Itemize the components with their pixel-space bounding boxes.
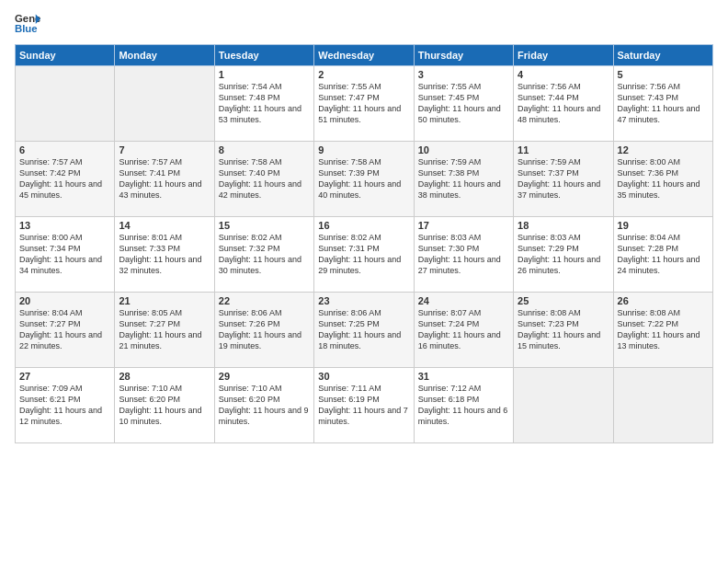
day-number: 2 [318, 69, 409, 80]
calendar-cell: 16Sunrise: 8:02 AM Sunset: 7:31 PM Dayli… [314, 217, 414, 293]
day-info: Sunrise: 8:03 AM Sunset: 7:29 PM Dayligh… [518, 232, 609, 277]
day-number: 4 [518, 69, 609, 80]
day-info: Sunrise: 8:01 AM Sunset: 7:33 PM Dayligh… [119, 232, 210, 277]
day-number: 9 [318, 144, 409, 155]
calendar-cell: 20Sunrise: 8:04 AM Sunset: 7:27 PM Dayli… [16, 293, 115, 368]
day-number: 29 [219, 371, 310, 382]
calendar-cell: 23Sunrise: 8:06 AM Sunset: 7:25 PM Dayli… [314, 293, 414, 368]
day-number: 25 [518, 295, 609, 306]
col-header-sunday: Sunday [16, 45, 115, 66]
day-number: 28 [119, 371, 210, 382]
day-info: Sunrise: 8:02 AM Sunset: 7:31 PM Dayligh… [318, 232, 409, 277]
calendar-cell: 29Sunrise: 7:10 AM Sunset: 6:20 PM Dayli… [214, 368, 313, 443]
calendar-week-3: 13Sunrise: 8:00 AM Sunset: 7:34 PM Dayli… [16, 217, 713, 293]
day-number: 1 [219, 69, 310, 80]
calendar-cell: 8Sunrise: 7:58 AM Sunset: 7:40 PM Daylig… [214, 142, 313, 217]
calendar-cell: 17Sunrise: 8:03 AM Sunset: 7:30 PM Dayli… [414, 217, 513, 293]
day-number: 13 [19, 220, 110, 231]
calendar-week-2: 6Sunrise: 7:57 AM Sunset: 7:42 PM Daylig… [16, 142, 713, 217]
calendar-cell: 26Sunrise: 8:08 AM Sunset: 7:22 PM Dayli… [613, 293, 712, 368]
calendar-cell: 10Sunrise: 7:59 AM Sunset: 7:38 PM Dayli… [414, 142, 513, 217]
day-info: Sunrise: 7:55 AM Sunset: 7:47 PM Dayligh… [318, 81, 409, 126]
calendar-cell: 22Sunrise: 8:06 AM Sunset: 7:26 PM Dayli… [214, 293, 313, 368]
calendar-cell: 1Sunrise: 7:54 AM Sunset: 7:48 PM Daylig… [214, 66, 313, 142]
day-info: Sunrise: 8:00 AM Sunset: 7:34 PM Dayligh… [19, 232, 110, 277]
day-info: Sunrise: 7:10 AM Sunset: 6:20 PM Dayligh… [119, 383, 210, 428]
calendar-week-5: 27Sunrise: 7:09 AM Sunset: 6:21 PM Dayli… [16, 368, 713, 443]
col-header-saturday: Saturday [613, 45, 712, 66]
day-number: 23 [318, 295, 409, 306]
calendar-cell: 28Sunrise: 7:10 AM Sunset: 6:20 PM Dayli… [115, 368, 214, 443]
col-header-wednesday: Wednesday [314, 45, 414, 66]
day-number: 27 [19, 371, 110, 382]
day-info: Sunrise: 7:11 AM Sunset: 6:19 PM Dayligh… [318, 383, 409, 428]
day-number: 30 [318, 371, 409, 382]
day-number: 19 [618, 220, 709, 231]
day-number: 10 [418, 144, 509, 155]
day-number: 17 [418, 220, 509, 231]
calendar-cell: 18Sunrise: 8:03 AM Sunset: 7:29 PM Dayli… [514, 217, 613, 293]
day-info: Sunrise: 7:09 AM Sunset: 6:21 PM Dayligh… [19, 383, 110, 428]
calendar-cell: 14Sunrise: 8:01 AM Sunset: 7:33 PM Dayli… [115, 217, 214, 293]
logo-icon: General Blue [15, 11, 40, 37]
calendar-cell: 11Sunrise: 7:59 AM Sunset: 7:37 PM Dayli… [514, 142, 613, 217]
day-info: Sunrise: 7:56 AM Sunset: 7:43 PM Dayligh… [618, 81, 709, 126]
day-info: Sunrise: 7:57 AM Sunset: 7:42 PM Dayligh… [19, 156, 110, 201]
calendar-cell: 12Sunrise: 8:00 AM Sunset: 7:36 PM Dayli… [613, 142, 712, 217]
day-info: Sunrise: 8:00 AM Sunset: 7:36 PM Dayligh… [618, 156, 709, 201]
day-info: Sunrise: 7:12 AM Sunset: 6:18 PM Dayligh… [418, 383, 509, 428]
day-number: 5 [618, 69, 709, 80]
day-info: Sunrise: 8:06 AM Sunset: 7:26 PM Dayligh… [219, 307, 310, 352]
calendar-cell: 25Sunrise: 8:08 AM Sunset: 7:23 PM Dayli… [514, 293, 613, 368]
calendar-week-1: 1Sunrise: 7:54 AM Sunset: 7:48 PM Daylig… [16, 66, 713, 142]
calendar-cell: 9Sunrise: 7:58 AM Sunset: 7:39 PM Daylig… [314, 142, 414, 217]
day-info: Sunrise: 7:58 AM Sunset: 7:40 PM Dayligh… [219, 156, 310, 201]
calendar-cell [613, 368, 712, 443]
day-info: Sunrise: 7:59 AM Sunset: 7:38 PM Dayligh… [418, 156, 509, 201]
calendar-cell [514, 368, 613, 443]
col-header-tuesday: Tuesday [214, 45, 313, 66]
day-info: Sunrise: 7:57 AM Sunset: 7:41 PM Dayligh… [119, 156, 210, 201]
day-info: Sunrise: 8:06 AM Sunset: 7:25 PM Dayligh… [318, 307, 409, 352]
day-info: Sunrise: 7:59 AM Sunset: 7:37 PM Dayligh… [518, 156, 609, 201]
day-number: 12 [618, 144, 709, 155]
calendar-cell: 6Sunrise: 7:57 AM Sunset: 7:42 PM Daylig… [16, 142, 115, 217]
day-number: 11 [518, 144, 609, 155]
col-header-thursday: Thursday [414, 45, 513, 66]
col-header-monday: Monday [115, 45, 214, 66]
svg-text:Blue: Blue [15, 23, 38, 34]
day-info: Sunrise: 8:08 AM Sunset: 7:22 PM Dayligh… [618, 307, 709, 352]
calendar-cell: 2Sunrise: 7:55 AM Sunset: 7:47 PM Daylig… [314, 66, 414, 142]
calendar-week-4: 20Sunrise: 8:04 AM Sunset: 7:27 PM Dayli… [16, 293, 713, 368]
calendar-cell: 19Sunrise: 8:04 AM Sunset: 7:28 PM Dayli… [613, 217, 712, 293]
day-number: 31 [418, 371, 509, 382]
day-info: Sunrise: 8:08 AM Sunset: 7:23 PM Dayligh… [518, 307, 609, 352]
calendar-cell: 21Sunrise: 8:05 AM Sunset: 7:27 PM Dayli… [115, 293, 214, 368]
logo: General Blue [15, 11, 40, 37]
day-number: 14 [119, 220, 210, 231]
day-info: Sunrise: 7:58 AM Sunset: 7:39 PM Dayligh… [318, 156, 409, 201]
calendar-cell: 30Sunrise: 7:11 AM Sunset: 6:19 PM Dayli… [314, 368, 414, 443]
day-number: 22 [219, 295, 310, 306]
day-info: Sunrise: 7:56 AM Sunset: 7:44 PM Dayligh… [518, 81, 609, 126]
day-number: 15 [219, 220, 310, 231]
calendar-cell: 27Sunrise: 7:09 AM Sunset: 6:21 PM Dayli… [16, 368, 115, 443]
calendar-cell [16, 66, 115, 142]
day-number: 21 [119, 295, 210, 306]
day-info: Sunrise: 7:10 AM Sunset: 6:20 PM Dayligh… [219, 383, 310, 428]
day-info: Sunrise: 8:04 AM Sunset: 7:27 PM Dayligh… [19, 307, 110, 352]
calendar-cell: 15Sunrise: 8:02 AM Sunset: 7:32 PM Dayli… [214, 217, 313, 293]
day-info: Sunrise: 8:04 AM Sunset: 7:28 PM Dayligh… [618, 232, 709, 277]
day-number: 6 [19, 144, 110, 155]
day-info: Sunrise: 7:54 AM Sunset: 7:48 PM Dayligh… [219, 81, 310, 126]
calendar-header-row: SundayMondayTuesdayWednesdayThursdayFrid… [16, 45, 713, 66]
calendar-cell [115, 66, 214, 142]
day-number: 18 [518, 220, 609, 231]
page-header: General Blue [15, 11, 713, 37]
calendar-cell: 5Sunrise: 7:56 AM Sunset: 7:43 PM Daylig… [613, 66, 712, 142]
day-info: Sunrise: 8:02 AM Sunset: 7:32 PM Dayligh… [219, 232, 310, 277]
calendar-cell: 7Sunrise: 7:57 AM Sunset: 7:41 PM Daylig… [115, 142, 214, 217]
day-number: 7 [119, 144, 210, 155]
calendar-cell: 4Sunrise: 7:56 AM Sunset: 7:44 PM Daylig… [514, 66, 613, 142]
day-info: Sunrise: 8:05 AM Sunset: 7:27 PM Dayligh… [119, 307, 210, 352]
